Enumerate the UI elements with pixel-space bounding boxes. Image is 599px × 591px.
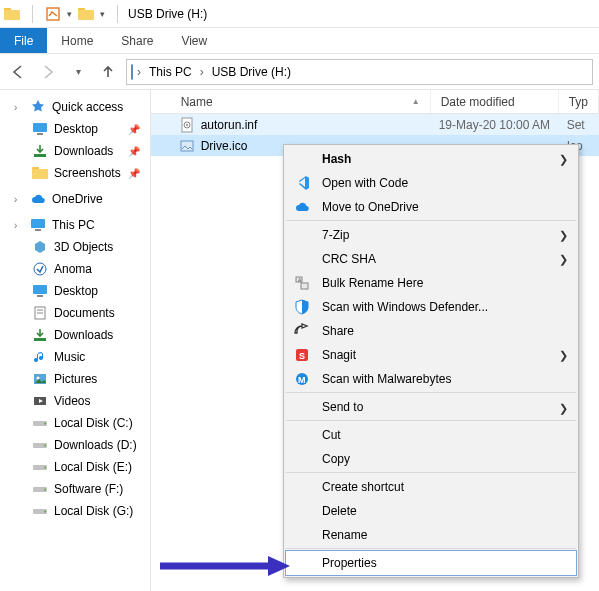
tree-software-f[interactable]: Software (F:) — [0, 478, 150, 500]
menu-7zip[interactable]: 7-Zip ❯ — [286, 223, 576, 247]
tree-label: Pictures — [54, 372, 97, 386]
menu-hash[interactable]: Hash ❯ — [286, 147, 576, 171]
file-type: Set — [559, 118, 599, 132]
tree-documents[interactable]: Documents — [0, 302, 150, 324]
tree-downloads[interactable]: Downloads 📌 — [0, 140, 150, 162]
menu-crc-sha[interactable]: CRC SHA ❯ — [286, 247, 576, 271]
menu-create-shortcut[interactable]: Create shortcut — [286, 475, 576, 499]
tree-anoma[interactable]: Anoma — [0, 258, 150, 280]
menu-rename[interactable]: Rename — [286, 523, 576, 549]
tree-videos[interactable]: Videos — [0, 390, 150, 412]
tab-home[interactable]: Home — [47, 28, 107, 53]
this-pc-icon — [30, 217, 46, 233]
shield-icon — [292, 297, 312, 317]
tree-label: Quick access — [52, 100, 123, 114]
menu-label: Hash — [322, 152, 554, 166]
cube-icon — [32, 239, 48, 255]
menu-malwarebytes[interactable]: M Scan with Malwarebytes — [286, 367, 576, 393]
quick-access-toolbar: ▾ ▾ — [4, 5, 124, 23]
menu-snagit[interactable]: S Snagit ❯ — [286, 343, 576, 367]
menu-label: Snagit — [322, 348, 554, 362]
file-date: 19-May-20 10:00 AM — [431, 118, 559, 132]
tree-this-pc[interactable]: › This PC — [0, 214, 150, 236]
recent-chevron-down-icon[interactable]: ▾ — [66, 60, 90, 84]
tree-3d-objects[interactable]: 3D Objects — [0, 236, 150, 258]
qat-chevron-down-icon-2[interactable]: ▾ — [100, 9, 105, 19]
menu-send-to[interactable]: Send to ❯ — [286, 395, 576, 421]
ico-file-icon — [179, 138, 195, 154]
desktop-icon — [32, 283, 48, 299]
tree-label: Software (F:) — [54, 482, 123, 496]
file-row[interactable]: autorun.inf 19-May-20 10:00 AM Set — [151, 114, 599, 135]
tree-downloads-2[interactable]: Downloads — [0, 324, 150, 346]
tree-desktop[interactable]: Desktop 📌 — [0, 118, 150, 140]
tree-downloads-d[interactable]: Downloads (D:) — [0, 434, 150, 456]
menu-properties[interactable]: Properties — [286, 551, 576, 575]
svg-point-19 — [44, 445, 46, 447]
tree-quick-access[interactable]: › Quick access — [0, 96, 150, 118]
svg-rect-4 — [31, 219, 45, 228]
address-bar[interactable]: › This PC › USB Drive (H:) — [126, 59, 593, 85]
menu-delete[interactable]: Delete — [286, 499, 576, 523]
menu-copy[interactable]: Copy — [286, 447, 576, 473]
col-name-label: Name — [181, 95, 213, 109]
properties-qat-icon[interactable] — [45, 6, 61, 22]
menu-move-to-onedrive[interactable]: Move to OneDrive — [286, 195, 576, 221]
menu-label: Send to — [322, 400, 554, 414]
window-title: USB Drive (H:) — [128, 7, 207, 21]
file-name: Drive.ico — [201, 139, 248, 153]
col-date[interactable]: Date modified — [431, 90, 559, 113]
tree-local-c[interactable]: Local Disk (C:) — [0, 412, 150, 434]
tree-label: Downloads — [54, 144, 113, 158]
tab-file[interactable]: File — [0, 28, 47, 53]
malwarebytes-icon: M — [292, 369, 312, 389]
titlebar: ▾ ▾ USB Drive (H:) — [0, 0, 599, 28]
drive-icon — [32, 415, 48, 431]
drive-icon — [32, 481, 48, 497]
menu-bulk-rename[interactable]: A Bulk Rename Here — [286, 271, 576, 295]
tab-share[interactable]: Share — [107, 28, 167, 53]
menu-defender[interactable]: Scan with Windows Defender... — [286, 295, 576, 319]
tree-pictures[interactable]: Pictures — [0, 368, 150, 390]
cloud-icon — [292, 197, 312, 217]
svg-point-6 — [34, 263, 46, 275]
col-type[interactable]: Typ — [559, 90, 599, 113]
tree-onedrive[interactable]: › OneDrive — [0, 188, 150, 210]
menu-cut[interactable]: Cut — [286, 423, 576, 447]
menu-label: Share — [322, 324, 554, 338]
tree-local-g[interactable]: Local Disk (G:) — [0, 500, 150, 522]
back-button[interactable] — [6, 60, 30, 84]
tree-label: Documents — [54, 306, 115, 320]
menu-label: Scan with Windows Defender... — [322, 300, 554, 314]
chevron-right-icon: ❯ — [559, 349, 568, 362]
menu-open-with-code[interactable]: Open with Code — [286, 171, 576, 195]
menu-label: Cut — [322, 428, 554, 442]
qat-chevron-down-icon[interactable]: ▾ — [67, 9, 72, 19]
tree-local-e[interactable]: Local Disk (E:) — [0, 456, 150, 478]
tree-screenshots[interactable]: Screenshots 📌 — [0, 162, 150, 184]
tree-label: Local Disk (C:) — [54, 416, 133, 430]
chevron-right-icon: ❯ — [559, 153, 568, 166]
tree-desktop-2[interactable]: Desktop — [0, 280, 150, 302]
nav-tree: › Quick access Desktop 📌 Downloads 📌 — [0, 90, 151, 591]
chevron-right-icon: › — [14, 102, 24, 113]
qat-divider-2 — [117, 5, 118, 23]
ribbon: File Home Share View — [0, 28, 599, 54]
tree-music[interactable]: Music — [0, 346, 150, 368]
crumb-this-pc[interactable]: This PC — [145, 65, 196, 79]
column-headers: Name ▲ Date modified Typ — [151, 90, 599, 114]
crumb-usb-drive[interactable]: USB Drive (H:) — [208, 65, 295, 79]
blank-icon — [292, 449, 312, 469]
up-button[interactable] — [96, 60, 120, 84]
tree-label: 3D Objects — [54, 240, 113, 254]
col-name[interactable]: Name ▲ — [171, 90, 431, 113]
this-pc-icon — [131, 65, 133, 79]
pin-icon: 📌 — [128, 146, 140, 157]
blank-icon — [292, 397, 312, 417]
menu-share[interactable]: Share — [286, 319, 576, 343]
tab-view[interactable]: View — [167, 28, 221, 53]
svg-point-17 — [44, 423, 46, 425]
tree-label: Videos — [54, 394, 90, 408]
tree-label: Downloads — [54, 328, 113, 342]
forward-button[interactable] — [36, 60, 60, 84]
